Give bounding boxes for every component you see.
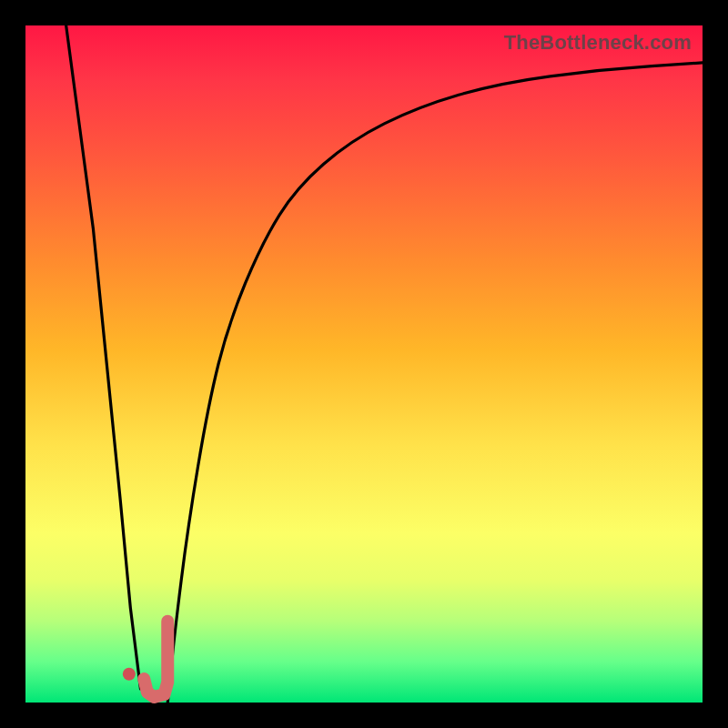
chart-frame: TheBottleneck.com (0, 0, 728, 728)
marker-j-shape (144, 622, 167, 697)
plot-area: TheBottleneck.com (25, 25, 703, 703)
curves-svg (25, 25, 703, 703)
marker-dot (123, 668, 136, 681)
curve-right-branch (167, 63, 703, 703)
curve-left-branch (66, 25, 141, 689)
